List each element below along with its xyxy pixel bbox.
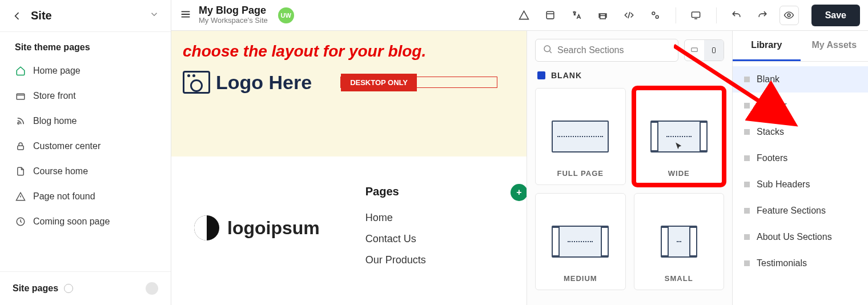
sidebar-item-label: Page not found — [33, 191, 95, 202]
library-item-footers[interactable]: Footers — [733, 145, 868, 171]
placeholder-logo: Logo Here — [183, 71, 312, 94]
sidebar-section-title: Site theme pages — [2, 37, 168, 58]
add-section-button[interactable]: + — [511, 184, 527, 201]
square-icon — [744, 182, 750, 187]
gear-icon[interactable] — [146, 282, 158, 295]
sidebar-item-page-not-found[interactable]: Page not found — [2, 184, 168, 209]
desktop-only-section[interactable]: DESKTOP ONLY — [340, 77, 497, 88]
layout-card-small[interactable]: SMALL — [634, 193, 725, 290]
pages-header: Pages — [365, 185, 426, 198]
library-item-feature-sections[interactable]: Feature Sections — [733, 198, 868, 224]
svg-rect-11 — [692, 48, 698, 51]
library-item-header[interactable]: Header — [733, 93, 868, 119]
sidebar-item-course-home[interactable]: Course home — [2, 159, 168, 184]
code-toolbar-icon[interactable] — [620, 6, 639, 25]
library-item-about-us[interactable]: About Us Sections — [733, 224, 868, 250]
warning-icon — [15, 191, 26, 202]
sidebar-item-label: Blog home — [33, 116, 77, 126]
square-icon — [744, 77, 750, 82]
sidebar-title: Site — [31, 9, 52, 22]
sidebar-header[interactable]: Site — [0, 0, 171, 31]
sidebar-item-store-front[interactable]: Store front — [2, 83, 168, 109]
sidebar-section2-title: Site pages — [13, 283, 58, 294]
sidebar-item-coming-soon[interactable]: Coming soon page — [2, 209, 168, 234]
body-logo: logoipsum — [194, 185, 320, 271]
sidebar-item-home-page[interactable]: Home page — [2, 58, 168, 83]
settings-toolbar-icon[interactable] — [646, 6, 665, 25]
device-desktop-option[interactable] — [685, 40, 704, 61]
square-icon — [744, 129, 750, 135]
chevron-down-icon[interactable] — [149, 9, 159, 22]
layout-card-full-page[interactable]: FULL PAGE — [535, 88, 626, 185]
library-item-blank[interactable]: Blank — [733, 66, 868, 93]
preview-icon[interactable] — [779, 6, 799, 25]
svg-rect-8 — [692, 12, 700, 17]
redo-icon[interactable] — [753, 6, 773, 25]
tab-library[interactable]: Library — [733, 31, 801, 61]
page-title-block: My Blog Page My Workspace's Site — [199, 5, 268, 25]
undo-icon[interactable] — [727, 6, 746, 25]
square-icon — [744, 260, 750, 266]
sidebar-item-label: Course home — [33, 166, 88, 176]
svg-point-7 — [656, 15, 658, 18]
layout-caption: MEDIUM — [564, 274, 597, 283]
home-icon — [15, 65, 26, 77]
logo-text: Logo Here — [216, 71, 312, 94]
logo2-text: logoipsum — [227, 218, 320, 239]
cursor-icon — [673, 141, 685, 152]
blog-icon — [15, 115, 26, 127]
layout-card-wide[interactable]: WIDE — [634, 88, 725, 185]
layout-toolbar-icon[interactable] — [541, 6, 560, 25]
group-color-icon — [537, 71, 545, 79]
layout-caption: FULL PAGE — [557, 169, 604, 178]
logoipsum-icon — [194, 215, 219, 240]
menu-icon[interactable] — [179, 8, 192, 23]
clock-icon — [15, 216, 26, 227]
footer-link[interactable]: Our Products — [365, 250, 426, 271]
tab-my-assets[interactable]: My Assets — [801, 31, 869, 61]
warning-toolbar-icon[interactable] — [515, 6, 534, 25]
layout-card-medium[interactable]: MEDIUM — [535, 193, 626, 290]
layout-caption: SMALL — [665, 274, 693, 283]
page-title: My Blog Page — [199, 5, 268, 17]
page-icon — [15, 166, 26, 177]
sidebar-item-blog-home[interactable]: Blog home — [2, 109, 168, 134]
svg-point-10 — [544, 46, 550, 52]
library-item-sub-headers[interactable]: Sub Headers — [733, 171, 868, 198]
library-panel: Library My Assets Blank Header Stacks Fo… — [732, 31, 868, 305]
svg-rect-12 — [713, 48, 716, 53]
sidebar-item-label: Home page — [33, 66, 81, 76]
topbar: My Blog Page My Workspace's Site UW Save — [171, 0, 868, 31]
workspace-avatar[interactable]: UW — [278, 7, 294, 23]
search-placeholder: Search Sections — [557, 45, 624, 55]
left-sidebar: Site Site theme pages Home page Store fr… — [0, 0, 171, 305]
search-sections-input[interactable]: Search Sections — [535, 39, 678, 62]
svg-point-6 — [652, 12, 655, 15]
translate-toolbar-icon[interactable] — [567, 6, 586, 25]
desktop-device-icon[interactable] — [686, 6, 706, 25]
search-icon — [542, 44, 553, 57]
print-toolbar-icon[interactable] — [593, 6, 613, 25]
square-icon — [744, 155, 750, 161]
footer-link[interactable]: Home — [365, 207, 426, 228]
svg-rect-5 — [600, 15, 606, 19]
save-button[interactable]: Save — [811, 5, 860, 26]
footer-pages-column: Pages Home Contact Us Our Products — [365, 185, 426, 271]
footer-link[interactable]: Contact Us — [365, 228, 426, 250]
square-icon — [744, 208, 750, 214]
library-item-testimonials[interactable]: Testimonials — [733, 250, 868, 276]
annotation-text: choose the layout for your blog. — [183, 42, 515, 61]
library-item-stacks[interactable]: Stacks — [733, 119, 868, 145]
page-canvas[interactable]: choose the layout for your blog. Logo He… — [171, 31, 527, 305]
sidebar-item-customer-center[interactable]: Customer center — [2, 134, 168, 159]
sidebar-site-pages-header[interactable]: Site pages — [0, 271, 171, 305]
page-subtitle: My Workspace's Site — [199, 17, 268, 25]
svg-rect-2 — [18, 146, 24, 150]
back-arrow-icon[interactable] — [11, 10, 23, 22]
svg-rect-0 — [17, 94, 25, 99]
sections-group-label: BLANK — [537, 71, 722, 80]
device-mobile-option[interactable] — [704, 40, 724, 61]
info-icon[interactable] — [64, 284, 73, 293]
desktop-only-badge: DESKTOP ONLY — [341, 74, 417, 91]
square-icon — [744, 234, 750, 240]
